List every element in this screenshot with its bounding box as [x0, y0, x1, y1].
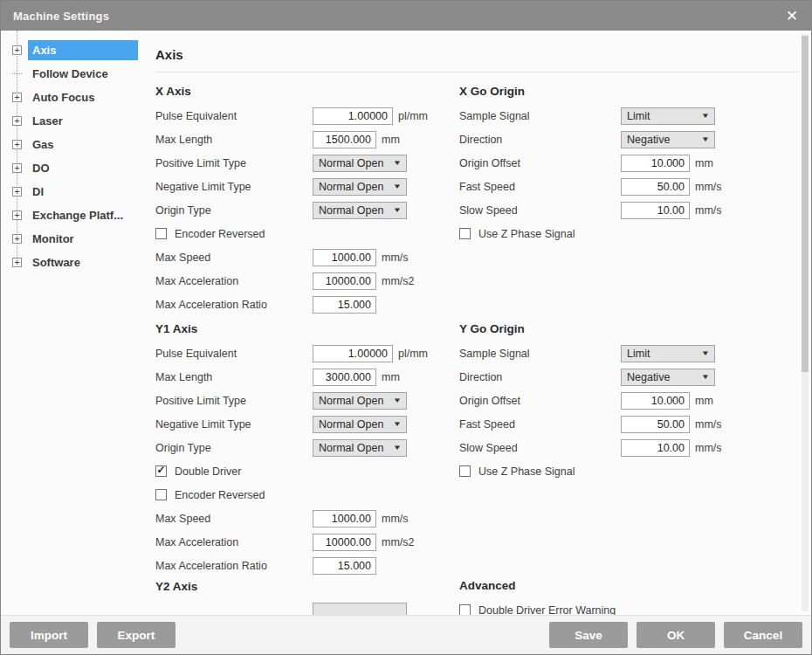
direction-select[interactable]: Negative▼ [621, 131, 715, 148]
chevron-down-icon: ▼ [393, 183, 402, 190]
sidebar-item-label: DI [28, 182, 138, 202]
field-control: 1000.00mm/s [313, 510, 409, 527]
field-row: Positive Limit TypeNormal Open▼ [155, 389, 459, 412]
unit-label: mm/s [382, 513, 409, 525]
sidebar-item-axis[interactable]: +Axis [1, 38, 145, 62]
sidebar-item-auto-focus[interactable]: +Auto Focus [1, 86, 145, 109]
origin-type-select[interactable]: Normal Open▼ [313, 439, 407, 457]
max-acceleration-input[interactable]: 10000.00 [313, 534, 376, 551]
expand-icon[interactable]: + [12, 93, 22, 102]
sidebar-item-gas[interactable]: +Gas [1, 133, 145, 156]
section-heading: X Axis [155, 85, 459, 99]
ok-button[interactable]: OK [637, 622, 715, 648]
max-length-input[interactable]: 3000.000 [313, 369, 376, 386]
field-row: Sample SignalLimit▼ [459, 104, 811, 128]
sidebar-item-label: Auto Focus [28, 87, 138, 107]
section-heading: X Go Origin [459, 85, 811, 99]
unit-label: mm/s [382, 252, 409, 264]
sidebar-item-laser[interactable]: +Laser [1, 109, 145, 133]
pulse-equivalent-input[interactable]: 1.00000 [313, 107, 393, 125]
sidebar-item-software[interactable]: +Software [1, 251, 145, 274]
field-label: Slow Speed [459, 204, 621, 217]
field-label: Positive Limit Type [155, 157, 313, 169]
fast-speed-input[interactable]: 50.00 [621, 416, 690, 433]
use-z-phase-signal-checkbox[interactable] [459, 465, 471, 477]
field-row: Slow Speed10.00mm/s [459, 198, 811, 222]
scrollbar[interactable] [802, 34, 809, 611]
field-control: 10.000mm [621, 155, 713, 172]
sidebar-item-label: Gas [28, 134, 138, 155]
field-control: 1000.00mm/s [313, 249, 409, 266]
positive-limit-type-select[interactable]: Normal Open▼ [313, 155, 407, 172]
close-icon[interactable]: ✕ [778, 1, 806, 31]
encoder-reversed-checkbox[interactable] [155, 228, 167, 239]
negative-limit-type-select[interactable]: Normal Open▼ [313, 178, 407, 196]
expand-icon[interactable]: + [12, 234, 22, 244]
field-label: Fast Speed [459, 418, 621, 431]
dialog-body: +AxisFollow Device+Auto Focus+Laser+Gas+… [1, 31, 811, 615]
field-row: Negative Limit TypeNormal Open▼ [155, 175, 459, 198]
expand-icon[interactable]: + [12, 210, 22, 220]
field-label: Max Speed [155, 513, 313, 525]
double-driver-error-warning-checkbox[interactable] [459, 604, 471, 615]
negative-limit-type-select[interactable]: Normal Open▼ [313, 416, 407, 433]
use-z-phase-signal-checkbox[interactable] [459, 228, 471, 239]
slow-speed-input[interactable]: 10.00 [621, 439, 690, 457]
max-speed-input[interactable]: 1000.00 [313, 249, 376, 266]
section-y2-axis: Y2 Axis [155, 580, 459, 615]
export-button[interactable]: Export [97, 622, 175, 648]
origin-offset-input[interactable]: 10.000 [621, 392, 690, 410]
direction-select[interactable]: Negative▼ [621, 369, 715, 386]
unit-label: mm/s2 [382, 536, 415, 548]
field-label: Origin Offset [459, 395, 621, 407]
field-row: Pulse Equivalent1.00000pl/mm [155, 104, 459, 128]
field-label: Sample Signal [459, 110, 621, 122]
field-control: 10000.00mm/s2 [313, 272, 415, 290]
max-length-input[interactable]: 1500.000 [313, 131, 376, 148]
encoder-reversed-checkbox[interactable] [155, 489, 167, 500]
save-button[interactable]: Save [549, 622, 628, 648]
max-acceleration-ratio-input[interactable]: 15.000 [313, 296, 376, 314]
origin-offset-input[interactable]: 10.000 [621, 155, 690, 172]
positive-limit-type-select[interactable]: Normal Open▼ [313, 392, 407, 410]
cancel-button[interactable]: Cancel [724, 622, 802, 648]
origin-type-select[interactable]: Normal Open▼ [313, 202, 407, 219]
title-bar[interactable]: Machine Settings ✕ [1, 1, 811, 31]
max-acceleration-input[interactable]: 10000.00 [313, 272, 376, 290]
max-acceleration-ratio-input[interactable]: 15.000 [313, 557, 376, 575]
pulse-equivalent-input[interactable]: 1.00000 [313, 345, 393, 362]
sidebar-item-di[interactable]: +DI [1, 180, 145, 203]
expand-icon[interactable]: + [12, 140, 22, 149]
field-label: Direction [459, 134, 621, 146]
field-label: Max Acceleration Ratio [155, 299, 313, 311]
max-speed-input[interactable]: 1000.00 [313, 510, 376, 527]
unit-label: mm [382, 134, 400, 146]
fast-speed-input[interactable]: 50.00 [621, 178, 690, 196]
settings-columns: X AxisPulse Equivalent1.00000pl/mmMax Le… [155, 85, 811, 615]
scrollbar-thumb[interactable] [802, 36, 809, 372]
select-value: Normal Open [319, 204, 394, 217]
clipped-field[interactable] [313, 603, 407, 616]
slow-speed-input[interactable]: 10.00 [621, 202, 690, 219]
chevron-down-icon: ▼ [393, 420, 402, 428]
sidebar-item-do[interactable]: +DO [1, 156, 145, 180]
field-row: Origin Offset10.000mm [459, 389, 811, 412]
chevron-down-icon: ▼ [701, 349, 710, 357]
double-driver-checkbox[interactable]: ✓ [155, 465, 167, 477]
expand-icon[interactable]: + [12, 258, 22, 267]
field-label: Max Length [155, 371, 313, 383]
sidebar-item-follow-device[interactable]: Follow Device [1, 62, 145, 86]
sidebar-item-monitor[interactable]: +Monitor [1, 227, 145, 251]
field-row: Max Speed1000.00mm/s [155, 245, 459, 269]
field-label: Max Acceleration [155, 275, 313, 287]
field-control: 3000.000mm [313, 369, 400, 386]
expand-icon[interactable]: + [12, 163, 22, 173]
expand-icon[interactable]: + [12, 187, 22, 196]
sample-signal-select[interactable]: Limit▼ [621, 107, 715, 125]
expand-icon[interactable]: + [12, 116, 22, 126]
sample-signal-select[interactable]: Limit▼ [621, 345, 715, 362]
import-button[interactable]: Import [10, 622, 88, 648]
expand-icon[interactable]: + [12, 45, 22, 55]
sidebar-item-exchange-platf[interactable]: +Exchange Platf... [1, 203, 145, 227]
field-row: Encoder Reversed [155, 483, 459, 507]
